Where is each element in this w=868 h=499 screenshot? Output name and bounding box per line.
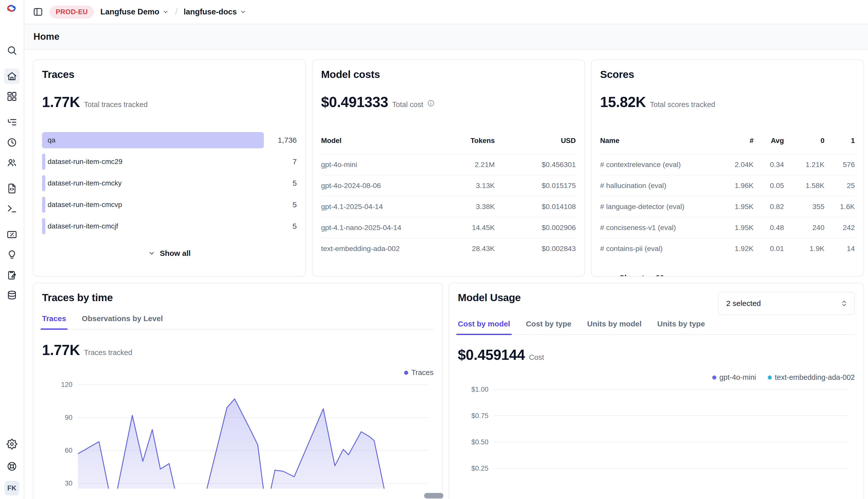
bar-fill — [42, 218, 45, 234]
sidebar-item-home[interactable] — [4, 68, 20, 84]
show-top-20-button[interactable]: Show top 20 — [600, 273, 855, 277]
traces-bar-list: qa1,736dataset-run-item-cmc297dataset-ru… — [42, 132, 297, 234]
table-row: gpt-4o-mini2.21M$0.456301 — [321, 154, 576, 175]
sidebar-item-clock[interactable] — [4, 135, 20, 150]
column-header: # — [716, 137, 753, 154]
org-switcher[interactable]: Langfuse Demo — [100, 7, 169, 16]
tab-traces-time-observations-by-level[interactable]: Observations by Level — [82, 314, 163, 329]
table-cell: 2.21M — [414, 154, 495, 175]
table-cell: $0.002906 — [495, 217, 576, 238]
clock-icon — [7, 137, 17, 148]
database-icon — [7, 290, 17, 301]
trace-count: 7 — [293, 157, 297, 166]
trace-name: dataset-run-item-cmcvp — [48, 201, 122, 209]
svg-text:$1.00: $1.00 — [471, 386, 488, 393]
traces-time-legend: Traces — [42, 368, 433, 377]
trace-bar-row[interactable]: dataset-run-item-cmcvp5 — [42, 197, 297, 213]
table-cell: gpt-4.1-2025-04-14 — [321, 196, 414, 217]
horizontal-scrollbar-thumb[interactable] — [424, 493, 443, 499]
sidebar-item-percent[interactable] — [4, 227, 20, 242]
avatar[interactable]: FK — [4, 481, 19, 496]
sidebar-item-file-code[interactable] — [4, 181, 20, 196]
tab-model-usage-units-by-type[interactable]: Units by type — [657, 320, 705, 334]
sidebar-item-lifebuoy[interactable] — [4, 459, 20, 474]
trace-bar-row[interactable]: dataset-run-item-cmcky5 — [42, 175, 297, 191]
sidebar-toggle-icon[interactable] — [33, 7, 43, 17]
sidebar-item-users[interactable] — [4, 155, 20, 171]
sidebar-item-tree[interactable] — [4, 114, 20, 130]
tab-model-usage-units-by-model[interactable]: Units by model — [587, 320, 642, 334]
tab-traces-time-traces[interactable]: Traces — [42, 314, 66, 329]
svg-text:60: 60 — [65, 447, 72, 454]
bar-fill — [42, 154, 45, 170]
grid-icon — [7, 91, 17, 102]
table-cell: 1.58K — [784, 175, 824, 196]
info-icon[interactable] — [427, 99, 435, 107]
model-usage-legend: gpt-4o-minitext-embedding-ada-002 — [458, 373, 855, 381]
table-cell: 1.9K — [784, 238, 824, 259]
table-row: # conciseness-v1 (eval)1.95K0.48240242 — [600, 217, 855, 238]
svg-text:$0.25: $0.25 — [471, 465, 488, 472]
svg-text:90: 90 — [65, 414, 72, 421]
table-cell: 0.82 — [753, 196, 784, 217]
table-row: # contains-pii (eval)1.92K0.011.9K14 — [600, 238, 855, 259]
card-title: Model costs — [321, 69, 576, 81]
table-cell: text-embedding-ada-002 — [321, 238, 414, 259]
sidebar-item-grid[interactable] — [4, 88, 20, 104]
sidebar-footer: FK — [0, 436, 24, 496]
column-header: Avg — [753, 137, 784, 154]
bar-fill — [42, 132, 264, 148]
table-row: gpt-4o-2024-08-063.13K$0.015175 — [321, 175, 576, 196]
sidebar-group — [4, 42, 20, 63]
sidebar-group — [4, 68, 20, 109]
table-cell: 1.6K — [824, 196, 855, 217]
tab-model-usage-cost-by-type[interactable]: Cost by type — [526, 320, 571, 334]
page-title: Home — [33, 32, 60, 42]
table-row: gpt-4.1-2025-04-143.38K$0.014108 — [321, 196, 576, 217]
sidebar-item-gear[interactable] — [4, 436, 20, 452]
table-cell: gpt-4o-mini — [321, 154, 414, 175]
table-cell: 14.45K — [414, 217, 495, 238]
table-cell: 576 — [824, 154, 855, 175]
scores-card: Scores 15.82K Total scores tracked Name#… — [591, 60, 864, 277]
home-icon — [7, 71, 17, 82]
card-title: Traces — [42, 69, 297, 81]
chevron-down-icon — [148, 250, 155, 257]
trace-bar-row[interactable]: qa1,736 — [42, 132, 297, 148]
project-switcher[interactable]: langfuse-docs — [183, 7, 246, 16]
trace-bar-row[interactable]: dataset-run-item-cmcjf5 — [42, 218, 297, 234]
card-title: Model Usage — [458, 292, 521, 304]
traces-time-chart: 120906030 — [42, 378, 433, 489]
environment-badge: PROD-EU — [50, 5, 94, 19]
langfuse-logo[interactable] — [5, 2, 17, 14]
model-selector[interactable]: 2 selected — [718, 292, 855, 315]
sidebar-item-search[interactable] — [4, 42, 20, 58]
bar-track: dataset-run-item-cmc29 — [42, 154, 264, 170]
sidebar-item-lightbulb[interactable] — [4, 247, 20, 263]
bar-track: qa — [42, 132, 264, 148]
trace-bar-row[interactable]: dataset-run-item-cmc297 — [42, 154, 297, 170]
bar-track: dataset-run-item-cmcky — [42, 175, 264, 191]
chevron-down-icon — [608, 274, 615, 277]
terminal-icon — [7, 204, 17, 214]
table-cell: 25 — [824, 175, 855, 196]
legend-item: Traces — [404, 368, 433, 377]
legend-dot-icon — [768, 376, 772, 380]
table-cell: gpt-4.1-nano-2025-04-14 — [321, 217, 414, 238]
sidebar-item-terminal[interactable] — [4, 201, 20, 217]
search-icon — [7, 45, 17, 56]
show-all-button[interactable]: Show all — [42, 249, 297, 258]
table-cell: 1.95K — [716, 196, 753, 217]
traces-total-label: Total traces tracked — [84, 100, 147, 109]
tab-model-usage-cost-by-model[interactable]: Cost by model — [458, 320, 510, 334]
clipboard-icon — [7, 270, 17, 280]
sidebar-item-database[interactable] — [4, 288, 20, 303]
main-content: Traces 1.77K Total traces tracked qa1,73… — [24, 50, 868, 499]
table-cell: 355 — [784, 196, 824, 217]
table-row: # contextrelevance (eval)2.04K0.341.21K5… — [600, 154, 855, 175]
table-cell: 240 — [784, 217, 824, 238]
sidebar-item-clipboard[interactable] — [4, 267, 20, 283]
table-row: # hallucination (eval)1.96K0.051.58K25 — [600, 175, 855, 196]
table-cell: 0.05 — [753, 175, 784, 196]
legend-dot-icon — [404, 371, 408, 375]
